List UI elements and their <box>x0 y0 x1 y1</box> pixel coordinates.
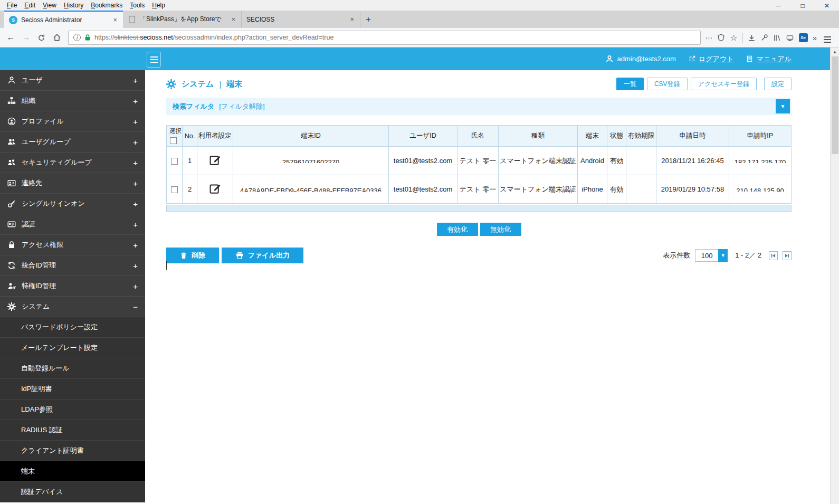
tracking-shield-icon[interactable] <box>717 34 725 42</box>
expand-icon[interactable]: + <box>133 76 138 85</box>
scroll-up-icon[interactable]: ▲ <box>831 47 839 54</box>
expand-icon[interactable]: + <box>133 97 138 106</box>
expand-icon[interactable]: + <box>133 117 138 126</box>
sidebar-item-user-group[interactable]: ユーザグループ + <box>0 132 145 153</box>
back-icon[interactable]: ← <box>4 31 18 44</box>
manual-link[interactable]: マニュアル <box>746 54 792 64</box>
sidebar-item-organization[interactable]: 組織 + <box>0 91 145 111</box>
sidebar-subitem-radius[interactable]: RADIUS 認証 <box>0 420 145 441</box>
sidebar-item-label: アクセス権限 <box>22 240 127 250</box>
expand-icon[interactable]: + <box>133 220 138 229</box>
table-header-row: 選択 No. 利用者設定 端末ID ユーザID 氏名 種類 端末 状態 有効期限… <box>167 126 792 147</box>
last-page-button[interactable] <box>783 251 792 260</box>
sidebar-item-system[interactable]: システム − <box>0 297 145 317</box>
site-info-icon[interactable]: i <box>73 34 81 41</box>
edit-icon[interactable] <box>209 154 221 166</box>
menu-file[interactable]: File <box>3 1 21 10</box>
sidebar-item-profile[interactable]: プロファイル + <box>0 111 145 132</box>
https-lock-icon[interactable] <box>84 34 91 41</box>
sidebar-item-user[interactable]: ユーザ + <box>0 70 145 91</box>
minimize-button[interactable]: ─ <box>766 0 790 11</box>
expand-icon[interactable]: + <box>133 282 138 291</box>
sidebar-subitem-device[interactable]: 端末 <box>0 461 145 482</box>
expand-icon[interactable]: + <box>133 138 138 147</box>
first-page-button[interactable] <box>769 251 778 260</box>
csv-register-button[interactable]: CSV登録 <box>647 78 688 90</box>
menu-bookmarks[interactable]: Bookmarks <box>87 1 126 10</box>
home-icon[interactable] <box>50 31 64 44</box>
reader-device-icon[interactable] <box>786 34 794 42</box>
url-bar[interactable]: i https://slinktest.secioss.net/seciossa… <box>68 31 701 45</box>
sidebar-subitem-ldap[interactable]: LDAP参照 <box>0 400 145 420</box>
delete-button[interactable]: 削除 <box>166 248 219 263</box>
tab-secioss[interactable]: SECIOSS × <box>242 11 360 28</box>
tab-close-icon[interactable]: × <box>349 15 355 23</box>
settings-button[interactable]: 設定 <box>764 78 792 90</box>
browser-scrollbar[interactable]: ▲ <box>830 47 839 504</box>
sidebar-item-privileged-id[interactable]: 特権ID管理 + <box>0 276 145 297</box>
page-actions-icon[interactable]: ··· <box>705 33 712 42</box>
tab-slinkpass[interactable]: 「SlinkPass」をApp Storeで × <box>123 11 242 28</box>
sidebar-item-sso[interactable]: シングルサインオン + <box>0 194 145 214</box>
forward-icon[interactable]: → <box>19 31 33 44</box>
sidebar-toggle-button[interactable] <box>147 52 161 68</box>
row-checkbox[interactable] <box>171 186 178 193</box>
collapse-icon[interactable]: − <box>133 302 138 311</box>
expand-icon[interactable]: + <box>133 158 138 167</box>
download-icon[interactable] <box>748 34 756 42</box>
bookmark-star-icon[interactable]: ☆ <box>730 33 737 43</box>
sidebar-subitem-auth-device[interactable]: 認証デバイス <box>0 482 145 502</box>
column-device-id: 端末ID <box>233 126 389 147</box>
library-icon[interactable] <box>773 34 781 42</box>
refresh-icon[interactable] <box>34 31 49 44</box>
sidebar-item-auth[interactable]: 認証 + <box>0 214 145 235</box>
edit-icon[interactable] <box>209 183 221 195</box>
menu-history[interactable]: History <box>60 1 87 10</box>
sidebar-item-contacts[interactable]: 連絡先 + <box>0 173 145 194</box>
sidebar-subitem-password-policy[interactable]: パスワードポリシー設定 <box>0 317 145 338</box>
list-button[interactable]: 一覧 <box>616 78 644 90</box>
expand-icon[interactable]: + <box>133 179 138 188</box>
row-checkbox[interactable] <box>171 158 178 165</box>
logout-link[interactable]: ログアウト <box>689 54 734 64</box>
expand-icon[interactable]: + <box>133 261 138 270</box>
menu-help[interactable]: Help <box>148 1 169 10</box>
clear-filter-link[interactable]: [フィルタ解除] <box>219 102 264 111</box>
access-key-register-button[interactable]: アクセスキー登録 <box>691 78 757 90</box>
sidebar-subitem-auto-registration[interactable]: 自動登録ルール <box>0 358 145 379</box>
expand-icon[interactable]: + <box>133 241 138 250</box>
menu-hamburger-icon[interactable] <box>822 34 833 42</box>
device-table: 選択 No. 利用者設定 端末ID ユーザID 氏名 種類 端末 状態 有効期限… <box>166 125 792 204</box>
sidebar-subitem-client-certificate[interactable]: クライアント証明書 <box>0 441 145 461</box>
breadcrumb: システム | 端末 <box>166 79 242 89</box>
secioss-extension-icon[interactable]: Se <box>799 33 808 42</box>
url-domain: secioss.net <box>140 34 173 41</box>
overflow-chevron-icon[interactable]: » <box>813 33 817 42</box>
expand-icon[interactable]: + <box>133 199 138 208</box>
scrollbar-thumb[interactable] <box>832 56 838 154</box>
tab-close-icon[interactable]: × <box>112 16 118 24</box>
menu-view[interactable]: View <box>39 1 60 10</box>
maximize-button[interactable]: □ <box>790 0 815 11</box>
sidebar-item-integrated-id[interactable]: 統合ID管理 + <box>0 255 145 276</box>
menu-tools[interactable]: Tools <box>126 1 148 10</box>
tools-icon[interactable] <box>760 34 768 42</box>
sidebar-subitem-mail-template[interactable]: メールテンプレート設定 <box>0 338 145 358</box>
file-export-button[interactable]: ファイル出力 <box>222 248 303 263</box>
select-all-checkbox[interactable] <box>170 137 177 144</box>
new-tab-button[interactable]: + <box>360 11 376 28</box>
page-size-select[interactable]: 100 ▼ <box>695 249 728 262</box>
tab-secioss-administrator[interactable]: S Secioss Administrator × <box>4 11 123 28</box>
sidebar-item-access-rights[interactable]: アクセス権限 + <box>0 235 145 255</box>
close-button[interactable]: ✕ <box>815 0 839 11</box>
disable-button[interactable]: 無効化 <box>480 223 521 236</box>
last-page-icon <box>785 253 789 258</box>
filter-expand-button[interactable]: ▼ <box>776 99 790 113</box>
menu-edit[interactable]: Edit <box>21 1 39 10</box>
page-size-dropdown-icon[interactable]: ▼ <box>718 249 728 262</box>
enable-button[interactable]: 有効化 <box>437 223 478 236</box>
sidebar-item-security-group[interactable]: セキュリティグループ + <box>0 153 145 173</box>
sidebar-subitem-idp-certificate[interactable]: IdP証明書 <box>0 379 145 400</box>
tab-close-icon[interactable]: × <box>230 15 236 23</box>
table-horizontal-scrollbar[interactable] <box>166 205 792 212</box>
